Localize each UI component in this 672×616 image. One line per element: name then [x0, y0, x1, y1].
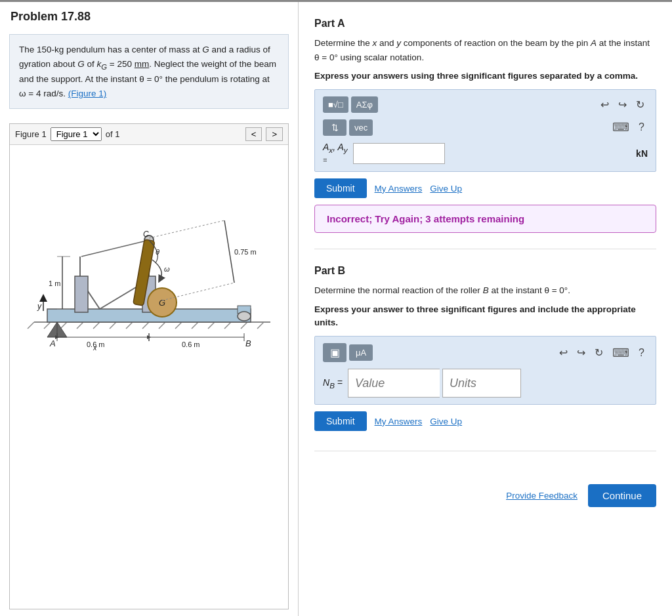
part-b-refresh-btn[interactable]: ↻ — [591, 344, 606, 361]
problem-description: The 150-kg pendulum has a center of mass… — [9, 34, 289, 109]
svg-text:θ: θ — [156, 248, 159, 256]
svg-line-10 — [175, 322, 182, 329]
figure-panel: Figure 1 Figure 1 of 1 < > — [9, 123, 289, 609]
svg-text:G: G — [159, 298, 165, 308]
figure-link[interactable]: (Figure 1) — [68, 89, 107, 98]
part-a-section: Part A Determine the x and y components … — [314, 12, 656, 249]
part-a-submit-button[interactable]: Submit — [314, 178, 367, 198]
part-b-redo-btn[interactable]: ↪ — [574, 344, 589, 361]
svg-line-11 — [192, 322, 198, 329]
svg-text:ω: ω — [164, 265, 170, 273]
part-a-description: Determine the x and y components of reac… — [314, 36, 656, 64]
svg-line-8 — [142, 322, 149, 329]
svg-line-5 — [93, 322, 100, 329]
part-b-label: NB = — [323, 377, 343, 390]
part-b-description: Determine the normal reaction of the rol… — [314, 283, 656, 298]
part-b-submit-row: Submit My Answers Give Up — [314, 411, 656, 431]
svg-text:0.75 m: 0.75 m — [234, 248, 257, 256]
part-b-keyboard-btn[interactable]: ⌨ — [609, 344, 633, 362]
figure-diagram: A y x B 0.6 m — [14, 155, 284, 358]
greek-btn[interactable]: AΣφ — [351, 96, 378, 113]
svg-line-12 — [208, 322, 215, 329]
figure-select[interactable]: Figure 1 — [51, 127, 102, 141]
svg-line-1 — [28, 322, 34, 329]
part-b-give-up-button[interactable]: Give Up — [430, 417, 462, 426]
part-b-help-btn[interactable]: ? — [635, 345, 648, 361]
svg-line-7 — [126, 322, 133, 329]
part-a-math-area: ■√□ AΣφ ↩ ↪ ↻ ⇅ vec ⌨ ? Ax, Ay= — [314, 89, 656, 172]
svg-text:0.6 m: 0.6 m — [87, 340, 105, 348]
figure-prev-button[interactable]: < — [245, 127, 262, 141]
svg-text:B: B — [245, 339, 251, 348]
footer-row: Provide Feedback Continue — [314, 478, 656, 507]
part-a-instruction: Express your answers using three signifi… — [314, 70, 656, 83]
svg-line-50 — [224, 220, 234, 283]
part-b-submit-button[interactable]: Submit — [314, 411, 367, 431]
sqrt-btn[interactable]: ■√□ — [323, 96, 348, 113]
svg-line-3 — [60, 322, 67, 329]
svg-text:C: C — [143, 230, 149, 239]
part-a-unit: kN — [636, 148, 648, 159]
part-b-value-input[interactable] — [348, 369, 440, 398]
arrows-btn[interactable]: ⇅ — [323, 119, 346, 136]
part-a-answer-input[interactable] — [353, 143, 445, 164]
svg-line-15 — [257, 322, 264, 329]
svg-text:A: A — [49, 339, 56, 348]
part-a-give-up-button[interactable]: Give Up — [430, 184, 462, 194]
part-b-section: Part B Determine the normal reaction of … — [314, 260, 656, 451]
part-b-undo-btn[interactable]: ↩ — [556, 344, 571, 361]
part-b-units-input[interactable] — [442, 369, 521, 398]
figure-of-label: of 1 — [106, 129, 120, 139]
part-a-error-message: Incorrect; Try Again; 3 attempts remaini… — [314, 205, 656, 233]
continue-button[interactable]: Continue — [588, 484, 656, 507]
figure-next-button[interactable]: > — [266, 127, 283, 141]
svg-point-24 — [238, 312, 251, 321]
figure-label: Figure 1 — [15, 129, 47, 139]
undo-btn[interactable]: ↩ — [597, 96, 612, 113]
figure-content: A y x B 0.6 m — [10, 145, 288, 368]
svg-text:1 m: 1 m — [49, 279, 60, 287]
svg-line-40 — [81, 240, 149, 257]
redo-btn[interactable]: ↪ — [615, 96, 630, 113]
part-a-submit-row: Submit My Answers Give Up — [314, 178, 656, 198]
part-b-grid-btn[interactable]: ▣ — [323, 343, 346, 362]
part-b-instruction: Express your answer to three significant… — [314, 303, 656, 330]
part-b-my-answers-button[interactable]: My Answers — [375, 417, 423, 426]
svg-rect-39 — [75, 276, 88, 312]
part-b-mu-btn[interactable]: μA — [349, 344, 373, 361]
problem-title: Problem 17.88 — [0, 2, 298, 29]
svg-line-13 — [224, 322, 231, 329]
svg-text:y: y — [37, 302, 42, 311]
svg-text:0.6 m: 0.6 m — [182, 340, 200, 348]
vec-btn[interactable]: vec — [349, 119, 373, 136]
provide-feedback-button[interactable]: Provide Feedback — [506, 491, 578, 501]
refresh-btn[interactable]: ↻ — [633, 96, 648, 113]
svg-line-4 — [77, 322, 83, 329]
svg-line-14 — [241, 322, 247, 329]
part-b-title: Part B — [314, 265, 656, 277]
svg-line-2 — [44, 322, 51, 329]
part-a-title: Part A — [314, 18, 656, 30]
part-a-my-answers-button[interactable]: My Answers — [375, 184, 423, 194]
keyboard-btn[interactable]: ⌨ — [609, 118, 633, 136]
svg-line-6 — [110, 322, 116, 329]
svg-line-48 — [149, 220, 224, 238]
svg-line-9 — [159, 322, 165, 329]
help-btn[interactable]: ? — [635, 119, 648, 135]
part-a-math-label: Ax, Ay= — [323, 142, 348, 165]
part-b-math-area: ▣ μA ↩ ↪ ↻ ⌨ ? NB = — [314, 336, 656, 405]
